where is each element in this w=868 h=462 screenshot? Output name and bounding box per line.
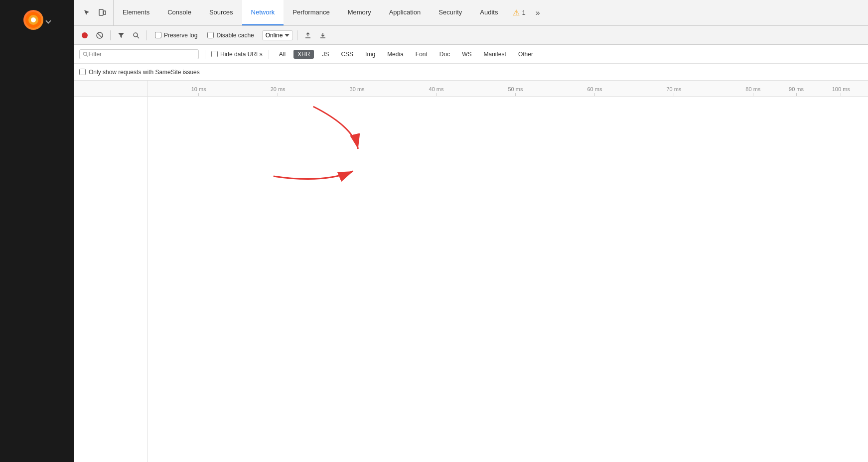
toolbar-divider-2 <box>146 30 147 40</box>
hide-data-urls-checkbox[interactable] <box>211 51 218 57</box>
browser-icon <box>23 10 43 30</box>
tab-performance[interactable]: Performance <box>284 0 338 25</box>
timeline-tick: 40 ms <box>429 86 444 96</box>
toolbar-divider-3 <box>297 30 297 40</box>
tab-security[interactable]: Security <box>430 0 471 25</box>
tab-console[interactable]: Console <box>158 0 200 25</box>
network-toolbar: Preserve log Disable cache Online <box>74 26 868 45</box>
svg-rect-4 <box>104 11 106 14</box>
filter-type-divider <box>269 50 269 59</box>
samesite-bar: Only show requests with SameSite issues <box>74 64 868 81</box>
hide-data-urls-group[interactable]: Hide data URLs <box>211 51 263 58</box>
svg-point-5 <box>82 32 88 38</box>
filter-ws-button[interactable]: WS <box>458 50 475 59</box>
samesite-label[interactable]: Only show requests with SameSite issues <box>79 69 200 76</box>
inspect-element-button[interactable] <box>80 6 94 20</box>
dropdown-chevron-icon <box>285 34 289 37</box>
preserve-log-checkbox[interactable] <box>155 32 161 38</box>
filter-doc-button[interactable]: Doc <box>435 50 454 59</box>
more-tabs-button[interactable]: » <box>532 0 544 25</box>
sidebar-dropdown[interactable] <box>46 19 50 23</box>
timeline-tick: 80 ms <box>745 86 760 96</box>
record-button[interactable] <box>78 29 91 42</box>
timeline-ticks: 10 ms20 ms30 ms40 ms50 ms60 ms70 ms80 ms… <box>148 81 868 96</box>
tab-elements[interactable]: Elements <box>114 0 158 25</box>
tab-memory[interactable]: Memory <box>339 0 380 25</box>
search-button[interactable] <box>130 29 143 42</box>
filter-js-button[interactable]: JS <box>318 50 333 59</box>
svg-line-11 <box>86 55 88 56</box>
filter-all-button[interactable]: All <box>275 50 289 59</box>
filter-other-button[interactable]: Other <box>514 50 537 59</box>
svg-point-8 <box>134 33 138 37</box>
tab-application[interactable]: Application <box>380 0 430 25</box>
timeline-spacer <box>74 81 148 96</box>
timeline-tick: 30 ms <box>350 86 365 96</box>
timeline-tick: 90 ms <box>789 86 804 96</box>
toolbar-divider-1 <box>110 30 111 40</box>
timeline-tick: 10 ms <box>191 86 206 96</box>
timeline-header: 10 ms20 ms30 ms40 ms50 ms60 ms70 ms80 ms… <box>74 81 868 97</box>
tab-sources[interactable]: Sources <box>200 0 242 25</box>
svg-rect-3 <box>99 9 103 15</box>
network-requests-area <box>74 97 868 462</box>
filter-input-wrap <box>79 49 199 59</box>
warning-badge[interactable]: ⚠ 1 <box>507 0 531 25</box>
export-har-button[interactable] <box>316 29 329 42</box>
disable-cache-group[interactable]: Disable cache <box>203 32 258 39</box>
filter-bar-divider <box>205 50 205 59</box>
content-grid <box>74 97 868 462</box>
filter-input[interactable] <box>88 51 195 58</box>
timeline-tick: 60 ms <box>587 86 602 96</box>
tab-network[interactable]: Network <box>242 0 284 25</box>
chevron-down-icon <box>45 18 51 23</box>
disable-cache-checkbox[interactable] <box>207 32 214 38</box>
filter-img-button[interactable]: Img <box>361 50 379 59</box>
tab-audits[interactable]: Audits <box>471 0 507 25</box>
svg-line-9 <box>137 36 139 38</box>
filter-button[interactable] <box>115 29 128 42</box>
filter-bar: Hide data URLs All XHR JS CSS Img Media … <box>74 45 868 64</box>
warning-icon: ⚠ <box>513 8 520 17</box>
filter-xhr-button[interactable]: XHR <box>293 50 314 59</box>
svg-line-7 <box>98 33 102 37</box>
filter-media-button[interactable]: Media <box>383 50 408 59</box>
timeline-tick: 100 ms <box>832 86 850 96</box>
device-toolbar-button[interactable] <box>95 6 109 20</box>
timeline-tick: 70 ms <box>666 86 681 96</box>
filter-font-button[interactable]: Font <box>412 50 432 59</box>
preserve-log-group[interactable]: Preserve log <box>151 32 201 39</box>
requests-timeline-col <box>148 97 868 462</box>
import-har-button[interactable] <box>301 29 314 42</box>
tab-icon-group <box>76 0 114 25</box>
svg-point-10 <box>83 52 87 55</box>
throttling-dropdown[interactable]: Online <box>262 30 293 40</box>
svg-point-2 <box>31 17 36 22</box>
devtools-panel: Elements Console Sources Network Perform… <box>74 0 868 462</box>
clear-button[interactable] <box>93 29 106 42</box>
devtools-tabs-bar: Elements Console Sources Network Perform… <box>74 0 868 26</box>
requests-name-col <box>74 97 148 462</box>
filter-icon <box>83 51 88 57</box>
filter-css-button[interactable]: CSS <box>337 50 357 59</box>
samesite-checkbox[interactable] <box>79 69 86 75</box>
timeline-tick: 20 ms <box>271 86 286 96</box>
filter-manifest-button[interactable]: Manifest <box>480 50 510 59</box>
timeline-tick: 50 ms <box>508 86 523 96</box>
browser-sidebar <box>0 0 74 462</box>
